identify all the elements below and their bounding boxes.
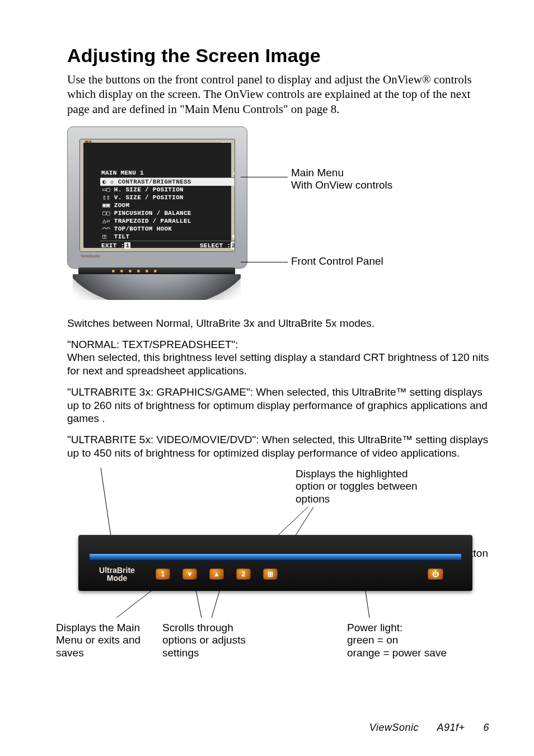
caption-highlighted: Displays the highlighted option or toggl… bbox=[296, 468, 424, 506]
caption-power-light: Power light: green = on orange = power s… bbox=[347, 622, 470, 660]
panel-button-2[interactable]: 2 bbox=[236, 569, 251, 580]
osd-item-tilt: ◫ TILT ▼ bbox=[100, 233, 235, 241]
panel-button-power[interactable]: ⏻ bbox=[428, 569, 443, 580]
arrow-up-icon: ▲ bbox=[233, 169, 235, 177]
panel-button-1[interactable]: 1 bbox=[156, 569, 170, 580]
monitor-illustration: ▟▙▙ MAIN MENU 1 ▲ ◐ ☼ CONTRAST/BRIGHTNES… bbox=[67, 126, 246, 300]
arrow-down-icon: ▼ bbox=[232, 233, 235, 241]
panel-button-up[interactable]: ▲ bbox=[209, 569, 224, 580]
osd-item-contrast: ◐ ☼ CONTRAST/BRIGHTNESS bbox=[100, 178, 235, 186]
text-normal-body: When selected, this brightness level set… bbox=[67, 351, 489, 378]
leader-line bbox=[241, 262, 288, 262]
callout-main-menu: Main Menu With OnView controls bbox=[291, 167, 392, 191]
osd-title-text: MAIN MENU 1 bbox=[101, 169, 144, 177]
brand-label: ViewSonic bbox=[81, 254, 100, 258]
intro-paragraph: Use the buttons on the front control pan… bbox=[67, 72, 489, 116]
caption-scrolls: Scrolls through options or adjusts setti… bbox=[162, 622, 257, 660]
text-switches: Switches between Normal, UltraBrite 3x a… bbox=[67, 317, 489, 330]
leader-line bbox=[241, 177, 288, 177]
ultrabrite-label: UltraBrite Mode bbox=[95, 566, 139, 582]
front-panel-buttons-icon bbox=[112, 269, 174, 274]
osd-menu: MAIN MENU 1 ▲ ◐ ☼ CONTRAST/BRIGHTNESS ▭▢… bbox=[100, 168, 235, 250]
page-title: Adjusting the Screen Image bbox=[67, 45, 489, 67]
osd-item-pincushion: ▢▢ PINCUSHION / BALANCE bbox=[100, 209, 235, 217]
osd-item-vsize: ▯▯ V. SIZE / POSITION bbox=[100, 194, 235, 201]
monitor-base bbox=[73, 274, 241, 300]
osd-item-hsize: ▭▢ H. SIZE / POSITION bbox=[100, 186, 235, 194]
osd-item-hook: ⌒⌒ TOP/BOTTOM HOOK bbox=[100, 225, 235, 233]
text-u3x: "ULTRABRITE 3x: GRAPHICS/GAME": When sel… bbox=[67, 386, 489, 425]
page-footer: ViewSonic A91f+ 6 bbox=[0, 722, 489, 734]
figure-control-panel: Displays the highlighted option or toggl… bbox=[67, 468, 489, 680]
text-normal-head: "NORMAL: TEXT/SPREADSHEET": bbox=[67, 338, 489, 351]
panel-button-down[interactable]: ▼ bbox=[182, 569, 197, 580]
text-u5x: "ULTRABRITE 5x: VIDEO/MOVIE/DVD": When s… bbox=[67, 433, 489, 460]
osd-item-trapezoid: △▱ TRAPEZOID / PARALLEL bbox=[100, 217, 235, 225]
caption-main-menu: Displays the Main Menu or exits and save… bbox=[56, 622, 157, 660]
control-panel: UltraBrite Mode 1 ▼ ▲ 2 ⊞ ⏻ bbox=[78, 535, 472, 591]
callout-front-panel: Front Control Panel bbox=[291, 255, 383, 267]
figure-monitor: ▟▙▙ MAIN MENU 1 ▲ ◐ ☼ CONTRAST/BRIGHTNES… bbox=[67, 126, 489, 300]
osd-item-zoom: ▣▣ ZOOM bbox=[100, 201, 235, 209]
panel-button-toggle[interactable]: ⊞ bbox=[263, 569, 278, 580]
